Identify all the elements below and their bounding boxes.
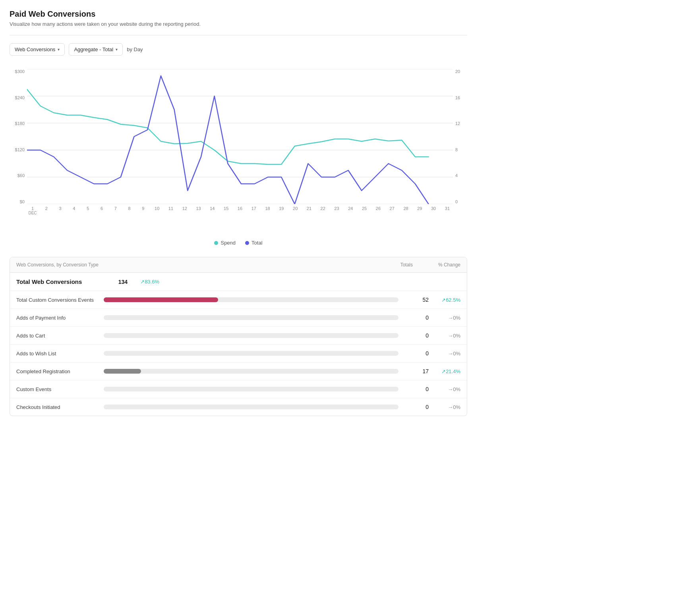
bar-container: [104, 315, 398, 320]
aggregate-dropdown[interactable]: Aggregate - Total ▾: [69, 43, 123, 56]
bar-container: [104, 369, 398, 374]
x-label-28: 28: [400, 206, 412, 215]
table-header: Web Conversions, by Conversion Type Tota…: [10, 257, 467, 273]
web-conversions-dropdown[interactable]: Web Conversions ▾: [10, 43, 65, 56]
x-label-6: 6: [96, 206, 107, 215]
row-label: Adds to Cart: [16, 333, 104, 339]
chart-legend: Spend Total: [10, 240, 467, 246]
row-label: Total Custom Conversions Events: [16, 297, 104, 303]
y-label-left-5: $300: [15, 69, 25, 74]
row-label: Adds of Payment Info: [16, 315, 104, 321]
row-label: Checkouts Initiated: [16, 404, 104, 410]
table-row: Checkouts Initiated0→0%: [10, 398, 467, 416]
row-change: →0%: [429, 351, 460, 357]
bar-container: [104, 405, 398, 409]
x-label-26: 26: [373, 206, 384, 215]
by-day-label: by Day: [127, 46, 143, 52]
controls-bar: Web Conversions ▾ Aggregate - Total ▾ by…: [10, 43, 467, 56]
page-subtitle: Visualize how many actions were taken on…: [10, 21, 467, 27]
row-total: 134: [104, 279, 128, 285]
x-label-20: 20: [290, 206, 301, 215]
x-label-25: 25: [359, 206, 370, 215]
x-label-23: 23: [331, 206, 342, 215]
row-change: →0%: [429, 386, 460, 392]
y-label-left-2: $120: [15, 147, 25, 152]
spend-dot: [214, 241, 218, 245]
x-label-10: 10: [151, 206, 162, 215]
x-label-13: 13: [193, 206, 204, 215]
table-row: Custom Events0→0%: [10, 380, 467, 398]
table-row: Total Custom Conversions Events52↗62.5%: [10, 291, 467, 309]
chart-container: $0 $60 $120 $180 $240 $300 0 4 8 12 16 2…: [10, 65, 467, 232]
spend-line: [27, 89, 429, 164]
row-change: →0%: [429, 333, 460, 339]
col-change-header: % Change: [429, 262, 460, 268]
x-label-24: 24: [345, 206, 356, 215]
y-label-left-0: $0: [20, 199, 25, 204]
row-change: ↗62.5%: [429, 297, 460, 303]
y-label-right-5: 20: [455, 69, 460, 74]
col-totals-header: Totals: [381, 262, 413, 268]
table-row: Total Web Conversions134↗83.6%: [10, 273, 467, 291]
row-label: Total Web Conversions: [16, 278, 104, 285]
y-label-left-4: $240: [15, 95, 25, 100]
row-change: ↗83.6%: [128, 279, 159, 285]
row-label: Completed Registration: [16, 368, 104, 374]
y-label-right-4: 16: [455, 95, 460, 100]
row-label: Adds to Wish List: [16, 351, 104, 357]
table-row: Completed Registration17↗21.4%: [10, 362, 467, 380]
table-header-columns: Totals % Change: [381, 262, 460, 268]
total-dot: [245, 241, 249, 245]
row-change: →0%: [429, 315, 460, 321]
x-label-30: 30: [428, 206, 439, 215]
table-header-label: Web Conversions, by Conversion Type: [16, 262, 99, 268]
line-chart-svg: [27, 69, 453, 204]
x-label-27: 27: [387, 206, 398, 215]
legend-spend: Spend: [214, 240, 236, 246]
chevron-down-icon: ▾: [116, 47, 118, 52]
x-month-label: DEC: [28, 211, 37, 215]
x-label-29: 29: [414, 206, 425, 215]
y-label-right-0: 0: [455, 199, 458, 204]
bar-container: [104, 387, 398, 391]
bar-container: [104, 351, 398, 356]
chevron-down-icon: ▾: [58, 47, 60, 52]
row-total: 0: [405, 314, 429, 321]
divider: [10, 35, 467, 35]
row-total: 0: [405, 404, 429, 410]
x-label-8: 8: [124, 206, 135, 215]
x-label-31: 31: [442, 206, 453, 215]
bar-fill: [104, 369, 141, 374]
table-row: Adds to Wish List0→0%: [10, 345, 467, 362]
x-label-22: 22: [317, 206, 329, 215]
row-change: →0%: [429, 404, 460, 410]
page-title: Paid Web Conversions: [10, 10, 467, 19]
total-label: Total: [251, 240, 262, 246]
y-label-left-1: $60: [17, 173, 25, 178]
x-label-14: 14: [207, 206, 218, 215]
row-total: 0: [405, 350, 429, 357]
row-total: 0: [405, 386, 429, 392]
bar-fill: [104, 297, 218, 302]
bar-container: [104, 297, 398, 302]
x-label-9: 9: [137, 206, 149, 215]
legend-total: Total: [245, 240, 262, 246]
row-label: Custom Events: [16, 386, 104, 392]
x-label-4: 4: [68, 206, 79, 215]
x-label-7: 7: [110, 206, 121, 215]
x-label-1: 1: [31, 206, 34, 211]
row-change: ↗21.4%: [429, 368, 460, 374]
table-row: Adds of Payment Info0→0%: [10, 309, 467, 327]
row-total: 17: [405, 368, 429, 374]
x-label-11: 11: [165, 206, 176, 215]
x-label-19: 19: [276, 206, 287, 215]
x-label-18: 18: [262, 206, 273, 215]
y-label-left-3: $180: [15, 121, 25, 126]
x-label-15: 15: [220, 206, 232, 215]
x-label-2: 2: [41, 206, 52, 215]
y-label-right-2: 8: [455, 147, 458, 152]
x-label-16: 16: [234, 206, 246, 215]
conversions-table: Web Conversions, by Conversion Type Tota…: [10, 257, 467, 416]
bar-container: [104, 333, 398, 338]
x-label-5: 5: [82, 206, 93, 215]
